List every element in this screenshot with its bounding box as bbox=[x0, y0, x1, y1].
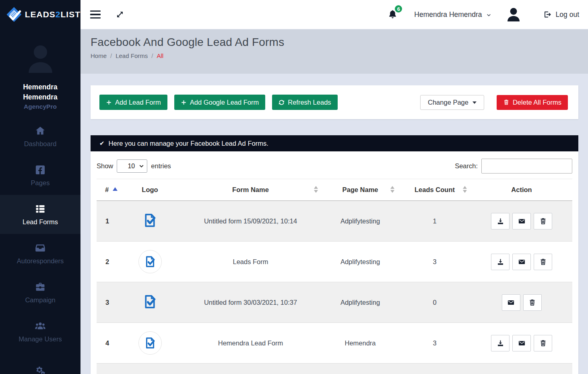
app-logo[interactable]: LEADS2LIST bbox=[0, 0, 80, 29]
sidebar-item-dashboard[interactable]: Dashboard bbox=[0, 117, 80, 156]
table-row: 2Leads FormAdplifytesting3 bbox=[97, 242, 572, 282]
download-button[interactable] bbox=[491, 254, 510, 270]
delete-all-forms-button[interactable]: Delete All Forms bbox=[497, 95, 568, 110]
add-google-lead-form-button[interactable]: Add Google Lead Form bbox=[174, 95, 266, 110]
table-header-row: #LogoForm NamePage NameLeads CountAction bbox=[97, 179, 572, 201]
delete-icon bbox=[539, 217, 547, 225]
page-header: Facebook And Google Lead Ad Forms Home/L… bbox=[80, 29, 588, 74]
profile-plan-badge: AgencyPro bbox=[0, 103, 80, 110]
notifications-button[interactable]: 6 bbox=[387, 8, 398, 21]
cell-leads-count: 3 bbox=[398, 242, 471, 282]
form-icon bbox=[143, 255, 157, 269]
entries-label: entries bbox=[151, 162, 171, 170]
column-header-form-name[interactable]: Form Name bbox=[179, 179, 322, 201]
change-page-button[interactable]: Change Page bbox=[420, 95, 484, 110]
email-button[interactable] bbox=[502, 294, 520, 311]
page-length-select[interactable]: 10 bbox=[117, 159, 147, 173]
email-icon bbox=[507, 299, 515, 306]
cell-leads-count: 1 bbox=[398, 201, 471, 242]
sort-both-icon bbox=[463, 186, 467, 193]
toolbar-card: Add Lead FormAdd Google Lead FormRefresh… bbox=[91, 85, 578, 119]
column-label: # bbox=[105, 186, 109, 193]
profile-name-line2: Hemendra bbox=[0, 92, 80, 102]
add-lead-form-button[interactable]: Add Lead Form bbox=[99, 95, 167, 110]
sidebar-menu: DashboardPagesLead FormsAutorespondersCa… bbox=[0, 117, 80, 374]
menu-toggle-button[interactable] bbox=[90, 10, 101, 19]
download-button[interactable] bbox=[491, 213, 510, 229]
delete-button[interactable] bbox=[534, 335, 552, 351]
form-icon bbox=[142, 212, 158, 229]
email-icon bbox=[518, 258, 526, 266]
brand-leads: LEADS bbox=[25, 10, 56, 19]
cell-page-name: Adplifytesting bbox=[322, 201, 398, 242]
user-name: Hemendra Hemendra bbox=[414, 10, 482, 19]
breadcrumb-item-lead-forms[interactable]: Lead Forms bbox=[116, 52, 148, 59]
cell-logo bbox=[121, 282, 179, 323]
user-avatar-icon[interactable] bbox=[505, 6, 522, 23]
delete-button[interactable] bbox=[534, 254, 552, 270]
sidebar-item-settings[interactable] bbox=[0, 351, 80, 374]
cell-actions bbox=[471, 201, 572, 242]
change-page-label: Change Page bbox=[428, 99, 468, 106]
sidebar-item-lead-forms[interactable]: Lead Forms bbox=[0, 195, 80, 234]
leads2list-logo-icon bbox=[6, 6, 23, 23]
column-header-leads-count[interactable]: Leads Count bbox=[398, 179, 471, 201]
cell-actions bbox=[471, 323, 572, 364]
sidebar: Hemendra Hemendra AgencyPro DashboardPag… bbox=[0, 29, 80, 374]
cell-index bbox=[97, 364, 121, 374]
caret-down-icon bbox=[472, 101, 477, 104]
email-icon bbox=[518, 217, 526, 225]
email-button[interactable] bbox=[512, 254, 531, 270]
sidebar-item-autoresponders[interactable]: Autoresponders bbox=[0, 234, 80, 273]
sidebar-item-label: Dashboard bbox=[24, 140, 57, 148]
cell-logo bbox=[121, 364, 179, 374]
facebook-icon bbox=[35, 164, 46, 176]
column-header-page-name[interactable]: Page Name bbox=[322, 179, 398, 201]
download-button[interactable] bbox=[491, 335, 510, 351]
search-input[interactable] bbox=[481, 159, 572, 174]
breadcrumb-item-home[interactable]: Home bbox=[91, 52, 107, 59]
cell-index: 1 bbox=[97, 201, 121, 242]
delete-button[interactable] bbox=[523, 294, 542, 311]
cell-index: 2 bbox=[97, 242, 121, 282]
cell-index: 4 bbox=[97, 323, 121, 364]
plus-icon bbox=[181, 99, 187, 105]
inbox-icon bbox=[35, 242, 46, 254]
cell-logo bbox=[121, 323, 179, 364]
sidebar-item-campaign[interactable]: Campaign bbox=[0, 273, 80, 312]
refresh-icon bbox=[279, 99, 285, 105]
profile-name-line1: Hemendra bbox=[0, 82, 80, 92]
email-button[interactable] bbox=[512, 213, 531, 229]
form-icon bbox=[142, 293, 158, 310]
search-label: Search: bbox=[455, 162, 478, 170]
search-control: Search: bbox=[455, 159, 572, 174]
page-title: Facebook And Google Lead Ad Forms bbox=[91, 36, 588, 49]
breadcrumb-separator: / bbox=[151, 52, 153, 59]
logout-label: Log out bbox=[556, 10, 579, 19]
download-icon bbox=[497, 258, 504, 266]
column-label: Action bbox=[511, 186, 532, 193]
column-header-logo: Logo bbox=[121, 179, 179, 201]
email-button[interactable] bbox=[512, 335, 531, 351]
column-label: Logo bbox=[142, 186, 158, 193]
info-banner-text: Here you can manage your Facebook Lead A… bbox=[109, 140, 268, 147]
fullscreen-button[interactable] bbox=[116, 10, 124, 19]
user-menu[interactable]: Hemendra Hemendra bbox=[414, 10, 491, 19]
delete-button[interactable] bbox=[534, 213, 552, 229]
logout-button[interactable]: Log out bbox=[543, 10, 579, 19]
cell-page-name bbox=[322, 364, 398, 374]
delete-icon bbox=[539, 258, 547, 266]
logo-circle bbox=[138, 331, 162, 355]
refresh-leads-button[interactable]: Refresh Leads bbox=[272, 95, 337, 110]
cell-page-name: Adplifytesting bbox=[322, 282, 398, 323]
column-header-index[interactable]: # bbox=[97, 179, 121, 201]
cell-logo bbox=[121, 242, 179, 282]
plus-icon bbox=[106, 99, 112, 105]
sidebar-item-label: Lead Forms bbox=[23, 218, 58, 226]
trash-icon bbox=[503, 99, 510, 105]
sidebar-item-manage-users[interactable]: Manage Users bbox=[0, 312, 80, 351]
column-label: Form Name bbox=[232, 186, 269, 193]
sidebar-item-pages[interactable]: Pages bbox=[0, 156, 80, 195]
table-row: 3Untitled form 30/03/2021, 10:37Adplifyt… bbox=[97, 282, 572, 323]
chevron-down-icon bbox=[486, 12, 492, 18]
